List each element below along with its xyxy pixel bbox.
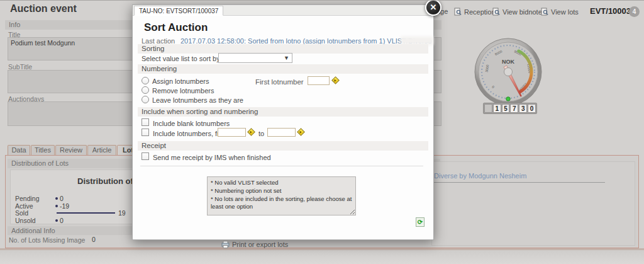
toolbar-item-label: View lots bbox=[551, 8, 579, 16]
currency-gauge: NOK 0 3000 6000 9000 12000 15000 bbox=[469, 33, 550, 114]
refresh-icon[interactable]: ⟳ bbox=[416, 217, 425, 227]
assist-edit-icon[interactable] bbox=[247, 128, 255, 136]
assist-edit-icon[interactable] bbox=[297, 128, 305, 136]
chart-point-marker bbox=[55, 219, 58, 222]
checkbox-include-blank[interactable] bbox=[142, 118, 149, 126]
gauge-hub bbox=[504, 68, 513, 76]
radio-label: Remove lotnumbers bbox=[152, 87, 214, 95]
range-to-label: to bbox=[258, 130, 264, 137]
odometer: 1 5 7 3 0 bbox=[483, 103, 537, 114]
dialog-title: Sort Auction bbox=[144, 21, 208, 34]
first-lotnumber-label: First lotnumber bbox=[255, 78, 304, 86]
checkbox-include-range[interactable] bbox=[142, 129, 149, 136]
chart-category-label: Sold bbox=[15, 209, 28, 217]
gauge-green-indicator bbox=[506, 97, 510, 101]
tab-review[interactable]: Review bbox=[55, 145, 87, 155]
divider bbox=[433, 182, 605, 183]
search-doc-icon bbox=[541, 8, 548, 16]
chart-category-label: Unsold bbox=[15, 217, 36, 224]
print-export-button[interactable]: Print or export lots bbox=[221, 241, 288, 248]
close-icon[interactable]: ✕ bbox=[425, 0, 441, 16]
missing-image-value: 0 bbox=[92, 236, 96, 243]
odometer-digit bbox=[484, 104, 492, 113]
odometer-digit: 1 bbox=[493, 104, 501, 113]
chart-bar-sold bbox=[57, 212, 115, 214]
vlist-select[interactable]: ▼ bbox=[218, 53, 292, 63]
search-doc-icon bbox=[492, 8, 500, 16]
select-vlist-label: Select value list to sort by bbox=[142, 55, 220, 62]
divider bbox=[140, 166, 423, 166]
chevron-down-icon: ▼ bbox=[284, 55, 289, 61]
background-last-action-fragment: Diverse by Modgunn Nesheim bbox=[434, 172, 526, 180]
chart-point-marker bbox=[55, 205, 58, 207]
validation-messages[interactable]: * No valid VLIST selected * Numbering op… bbox=[207, 176, 356, 215]
first-lotnumber-input[interactable] bbox=[308, 76, 330, 85]
chart-title: Distribution of bbox=[77, 176, 133, 186]
radio-remove-lotnumbers[interactable] bbox=[142, 86, 149, 94]
gauge-currency-label: NOK bbox=[502, 59, 515, 65]
radio-label: Assign lotnumbers bbox=[152, 77, 209, 85]
numbering-section-header: Numbering bbox=[138, 64, 428, 74]
tab-data[interactable]: Data bbox=[8, 145, 30, 155]
assist-edit-icon[interactable] bbox=[331, 76, 340, 84]
page-title: Auction event bbox=[10, 3, 77, 14]
toolbar-item-view-bidnotes[interactable]: View bidnotes bbox=[492, 8, 545, 16]
chart-value: -19 bbox=[60, 202, 69, 210]
checkbox-label: Send me receipt by IMS when finished bbox=[153, 154, 271, 161]
count-badge[interactable]: 4 bbox=[629, 6, 640, 17]
range-to-input[interactable] bbox=[267, 128, 296, 137]
odometer-digit: 3 bbox=[519, 104, 527, 113]
chart-point-marker bbox=[55, 197, 58, 200]
sorting-section-header: Sorting bbox=[138, 44, 428, 54]
search-doc-icon bbox=[454, 8, 462, 16]
app-window: Auction event age Receptions View bidnot… bbox=[0, 0, 644, 264]
receipt-section-header: Receipt bbox=[138, 141, 428, 151]
odometer-digit: 5 bbox=[502, 104, 510, 113]
radio-assign-lotnumbers[interactable] bbox=[142, 77, 149, 84]
missing-image-label: No. of Lots Missing Image bbox=[9, 236, 85, 244]
dialog-window-tab[interactable]: TAU-NO: EVTSORT/100037 bbox=[134, 6, 223, 16]
odometer-digit: 7 bbox=[510, 104, 518, 113]
tab-article[interactable]: Article bbox=[87, 145, 116, 155]
status-strip bbox=[0, 250, 644, 264]
chart-value: 0 bbox=[60, 217, 64, 224]
printer-icon bbox=[221, 241, 230, 248]
chart-category-label: Pending bbox=[15, 195, 40, 202]
toolbar-item-view-lots[interactable]: View lots bbox=[541, 8, 579, 16]
chart-value: 0 bbox=[60, 195, 64, 202]
tab-titles[interactable]: Titles bbox=[31, 145, 55, 155]
range-from-input[interactable] bbox=[218, 128, 246, 137]
sort-auction-dialog: TAU-NO: EVTSORT/100037 ✕ Sort Auction La… bbox=[132, 4, 434, 240]
radio-leave-lotnumbers[interactable] bbox=[142, 96, 149, 103]
radio-label: Leave lotnumbers as they are bbox=[152, 96, 243, 104]
odometer-digit: 0 bbox=[528, 104, 536, 113]
toolbar-item-label: View bidnotes bbox=[502, 8, 545, 16]
checkbox-receipt-ims[interactable] bbox=[142, 152, 149, 160]
print-export-label: Print or export lots bbox=[232, 241, 288, 248]
include-section-header: Include when sorting and numbering bbox=[138, 107, 428, 117]
checkbox-label: Include blank lotnumbers bbox=[153, 120, 230, 127]
chart-value: 19 bbox=[118, 209, 126, 217]
